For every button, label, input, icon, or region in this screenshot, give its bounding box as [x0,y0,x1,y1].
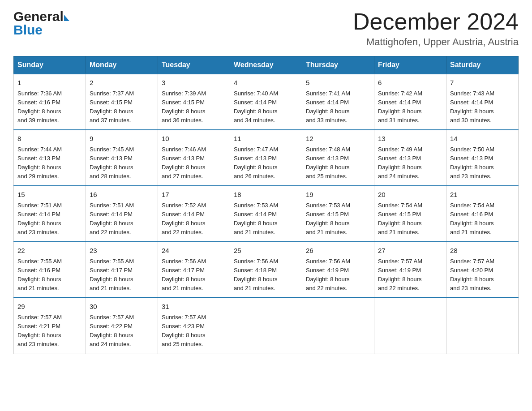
logo-arrow-icon [64,15,69,21]
calendar-cell: 3Sunrise: 7:39 AMSunset: 4:15 PMDaylight… [158,74,230,130]
calendar-cell: 7Sunrise: 7:43 AMSunset: 4:14 PMDaylight… [446,74,519,130]
calendar-cell: 11Sunrise: 7:47 AMSunset: 4:13 PMDayligh… [230,130,302,186]
day-info: Sunrise: 7:46 AMSunset: 4:13 PMDaylight:… [162,146,206,180]
day-number: 30 [90,302,154,312]
calendar-table: SundayMondayTuesdayWednesdayThursdayFrid… [13,56,519,354]
day-info: Sunrise: 7:57 AMSunset: 4:22 PMDaylight:… [90,314,134,347]
day-number: 9 [90,134,154,144]
calendar-week-row: 8Sunrise: 7:44 AMSunset: 4:13 PMDaylight… [14,130,519,186]
day-info: Sunrise: 7:54 AMSunset: 4:16 PMDaylight:… [450,202,494,235]
day-number: 12 [306,134,370,144]
day-number: 26 [306,246,370,256]
day-number: 24 [162,246,226,256]
calendar-cell: 23Sunrise: 7:55 AMSunset: 4:17 PMDayligh… [86,242,158,298]
day-number: 20 [378,190,442,200]
day-number: 28 [450,246,515,256]
day-info: Sunrise: 7:51 AMSunset: 4:14 PMDaylight:… [90,202,134,235]
day-info: Sunrise: 7:41 AMSunset: 4:14 PMDaylight:… [306,90,350,124]
calendar-header-tuesday: Tuesday [158,56,230,74]
day-number: 3 [162,78,226,88]
day-info: Sunrise: 7:44 AMSunset: 4:13 PMDaylight:… [17,146,62,180]
calendar-cell [302,298,374,354]
calendar-cell: 1Sunrise: 7:36 AMSunset: 4:16 PMDaylight… [14,74,86,130]
calendar-cell: 12Sunrise: 7:48 AMSunset: 4:13 PMDayligh… [302,130,374,186]
day-info: Sunrise: 7:42 AMSunset: 4:14 PMDaylight:… [378,90,422,124]
day-number: 19 [306,190,370,200]
day-info: Sunrise: 7:48 AMSunset: 4:13 PMDaylight:… [306,146,350,180]
day-number: 21 [450,190,515,200]
calendar-cell: 26Sunrise: 7:56 AMSunset: 4:19 PMDayligh… [302,242,374,298]
day-number: 10 [162,134,226,144]
day-info: Sunrise: 7:40 AMSunset: 4:14 PMDaylight:… [234,90,278,124]
day-number: 6 [378,78,442,88]
calendar-cell: 24Sunrise: 7:56 AMSunset: 4:17 PMDayligh… [158,242,230,298]
calendar-cell: 6Sunrise: 7:42 AMSunset: 4:14 PMDaylight… [374,74,446,130]
day-info: Sunrise: 7:57 AMSunset: 4:19 PMDaylight:… [378,258,422,291]
calendar-header-sunday: Sunday [14,56,86,74]
day-number: 13 [378,134,442,144]
calendar-cell: 17Sunrise: 7:52 AMSunset: 4:14 PMDayligh… [158,186,230,242]
calendar-header-saturday: Saturday [446,56,519,74]
day-info: Sunrise: 7:54 AMSunset: 4:15 PMDaylight:… [378,202,422,235]
title-area: December 2024 Mattighofen, Upper Austria… [353,9,519,48]
calendar-week-row: 29Sunrise: 7:57 AMSunset: 4:21 PMDayligh… [14,298,519,354]
day-info: Sunrise: 7:51 AMSunset: 4:14 PMDaylight:… [17,202,62,235]
day-info: Sunrise: 7:37 AMSunset: 4:15 PMDaylight:… [90,90,134,124]
day-info: Sunrise: 7:36 AMSunset: 4:16 PMDaylight:… [17,90,62,124]
day-number: 14 [450,134,515,144]
day-number: 27 [378,246,442,256]
day-info: Sunrise: 7:49 AMSunset: 4:13 PMDaylight:… [378,146,422,180]
day-number: 18 [234,190,298,200]
logo: General Blue [13,9,69,38]
day-number: 15 [17,190,82,200]
day-info: Sunrise: 7:50 AMSunset: 4:13 PMDaylight:… [450,146,494,180]
calendar-week-row: 22Sunrise: 7:55 AMSunset: 4:16 PMDayligh… [14,242,519,298]
day-number: 17 [162,190,226,200]
calendar-week-row: 1Sunrise: 7:36 AMSunset: 4:16 PMDaylight… [14,74,519,130]
day-info: Sunrise: 7:56 AMSunset: 4:19 PMDaylight:… [306,258,350,291]
day-number: 23 [90,246,154,256]
calendar-cell [446,298,519,354]
calendar-cell: 19Sunrise: 7:53 AMSunset: 4:15 PMDayligh… [302,186,374,242]
calendar-header-thursday: Thursday [302,56,374,74]
calendar-cell: 2Sunrise: 7:37 AMSunset: 4:15 PMDaylight… [86,74,158,130]
day-info: Sunrise: 7:53 AMSunset: 4:15 PMDaylight:… [306,202,350,235]
day-info: Sunrise: 7:39 AMSunset: 4:15 PMDaylight:… [162,90,206,124]
day-info: Sunrise: 7:57 AMSunset: 4:23 PMDaylight:… [162,314,206,347]
calendar-header-monday: Monday [86,56,158,74]
calendar-cell: 18Sunrise: 7:53 AMSunset: 4:14 PMDayligh… [230,186,302,242]
day-info: Sunrise: 7:57 AMSunset: 4:20 PMDaylight:… [450,258,494,291]
day-info: Sunrise: 7:45 AMSunset: 4:13 PMDaylight:… [90,146,134,180]
calendar-cell: 22Sunrise: 7:55 AMSunset: 4:16 PMDayligh… [14,242,86,298]
day-number: 8 [17,134,82,144]
calendar-cell: 16Sunrise: 7:51 AMSunset: 4:14 PMDayligh… [86,186,158,242]
calendar-header-wednesday: Wednesday [230,56,302,74]
calendar-cell: 29Sunrise: 7:57 AMSunset: 4:21 PMDayligh… [14,298,86,354]
calendar-cell: 14Sunrise: 7:50 AMSunset: 4:13 PMDayligh… [446,130,519,186]
logo-blue-text: Blue [13,22,43,38]
calendar-cell: 15Sunrise: 7:51 AMSunset: 4:14 PMDayligh… [14,186,86,242]
day-number: 16 [90,190,154,200]
calendar-cell: 21Sunrise: 7:54 AMSunset: 4:16 PMDayligh… [446,186,519,242]
calendar-cell: 4Sunrise: 7:40 AMSunset: 4:14 PMDaylight… [230,74,302,130]
day-number: 1 [17,78,82,88]
month-title: December 2024 [353,9,519,34]
day-info: Sunrise: 7:52 AMSunset: 4:14 PMDaylight:… [162,202,206,235]
day-number: 25 [234,246,298,256]
calendar-cell [230,298,302,354]
day-number: 2 [90,78,154,88]
logo-general-text: General [13,9,64,24]
day-number: 7 [450,78,515,88]
page-header: General Blue December 2024 Mattighofen, … [13,9,519,48]
calendar-cell: 13Sunrise: 7:49 AMSunset: 4:13 PMDayligh… [374,130,446,186]
calendar-cell: 9Sunrise: 7:45 AMSunset: 4:13 PMDaylight… [86,130,158,186]
day-info: Sunrise: 7:55 AMSunset: 4:16 PMDaylight:… [17,258,62,291]
calendar-cell: 10Sunrise: 7:46 AMSunset: 4:13 PMDayligh… [158,130,230,186]
calendar-header-row: SundayMondayTuesdayWednesdayThursdayFrid… [14,56,519,74]
day-info: Sunrise: 7:55 AMSunset: 4:17 PMDaylight:… [90,258,134,291]
calendar-cell: 28Sunrise: 7:57 AMSunset: 4:20 PMDayligh… [446,242,519,298]
day-number: 31 [162,302,226,312]
location-subtitle: Mattighofen, Upper Austria, Austria [353,36,519,48]
calendar-cell: 25Sunrise: 7:56 AMSunset: 4:18 PMDayligh… [230,242,302,298]
day-info: Sunrise: 7:57 AMSunset: 4:21 PMDaylight:… [17,314,62,347]
